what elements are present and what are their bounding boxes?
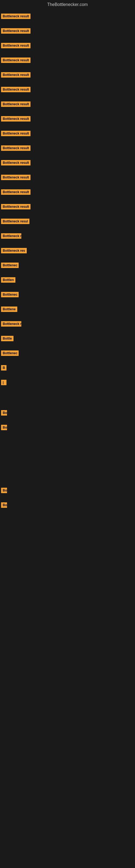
bottleneck-badge[interactable]: Bottlenec: [1, 350, 18, 356]
bottleneck-badge[interactable]: Bottlen: [1, 277, 15, 283]
list-item: Bottlene: [0, 305, 135, 314]
bottleneck-badge[interactable]: Bottleneck result: [1, 204, 31, 209]
bottleneck-badge[interactable]: Bottleneck r: [1, 321, 21, 327]
list-item: Bottlenec: [0, 349, 135, 358]
list-item: Bottleneck result: [0, 173, 135, 182]
bottleneck-badge[interactable]: B: [1, 365, 6, 371]
list-item: Bottleneck result: [0, 115, 135, 123]
list-item: Bottlenec: [0, 290, 135, 299]
bottleneck-badge[interactable]: Bottlenec: [1, 262, 18, 268]
list-item: Bottleneck result: [0, 27, 135, 35]
bottleneck-badge[interactable]: Bottleneck r: [1, 233, 21, 239]
bottleneck-badge[interactable]: Bottleneck result: [1, 58, 31, 63]
list-item: Bottleneck result: [0, 85, 135, 94]
bottleneck-badge[interactable]: Bottleneck result: [1, 131, 31, 136]
list-item: Bottleneck result: [0, 70, 135, 79]
bottleneck-badge[interactable]: Bottlenec: [1, 292, 18, 297]
list-item: Bottlen: [0, 276, 135, 284]
bottleneck-badge[interactable]: Bottleneck result: [1, 145, 31, 151]
bottleneck-badge[interactable]: Bottle: [1, 336, 13, 341]
list-item: Bottleneck result: [0, 158, 135, 167]
bottleneck-badge[interactable]: |: [1, 380, 6, 385]
list-item: B: [0, 364, 135, 372]
site-title: TheBottlenecker.com: [0, 0, 135, 9]
bottleneck-badge[interactable]: Bo: [1, 410, 7, 415]
bottleneck-badge[interactable]: Bottleneck result: [1, 189, 31, 195]
list-item: Bottleneck result: [0, 188, 135, 196]
results-container: Bottleneck resultBottleneck resultBottle…: [0, 12, 135, 509]
bottleneck-badge[interactable]: Bo: [1, 488, 7, 493]
list-item: Bottleneck r: [0, 319, 135, 328]
list-item: Bottleneck result: [0, 12, 135, 21]
list-item: Bottleneck result: [0, 203, 135, 211]
list-item: Bottleneck res: [0, 246, 135, 255]
bottleneck-badge[interactable]: Bottleneck result: [1, 72, 31, 78]
list-item: Bo: [0, 408, 135, 417]
bottleneck-badge[interactable]: Bottleneck result: [1, 160, 31, 165]
bottleneck-badge[interactable]: Bottlene: [1, 307, 17, 312]
list-item: Bottleneck result: [0, 56, 135, 65]
bottleneck-badge[interactable]: Bottleneck result: [1, 175, 31, 180]
bottleneck-badge[interactable]: Bo: [1, 502, 7, 508]
bottleneck-badge[interactable]: Bottleneck result: [1, 13, 31, 19]
list-item: Bottleneck result: [0, 100, 135, 108]
list-item: Bottleneck resul: [0, 217, 135, 226]
bottleneck-badge[interactable]: Bottleneck resul: [1, 219, 30, 224]
list-item: Bottleneck result: [0, 41, 135, 50]
bottleneck-badge[interactable]: Bottleneck result: [1, 28, 31, 34]
list-item: Bottleneck result: [0, 129, 135, 138]
bottleneck-badge[interactable]: Bottleneck result: [1, 43, 31, 48]
list-item: Bottlenec: [0, 261, 135, 270]
bottleneck-badge[interactable]: Bo: [1, 425, 7, 430]
bottleneck-badge[interactable]: Bottleneck result: [1, 87, 31, 92]
list-item: Bo: [0, 423, 135, 432]
list-item: Bo: [0, 501, 135, 509]
list-item: Bottleneck result: [0, 144, 135, 152]
bottleneck-badge[interactable]: Bottleneck result: [1, 101, 31, 107]
list-item: Bottle: [0, 334, 135, 343]
bottleneck-badge[interactable]: Bottleneck result: [1, 116, 31, 122]
list-item: Bo: [0, 486, 135, 495]
list-item: |: [0, 378, 135, 387]
site-title-bar: TheBottlenecker.com: [0, 0, 135, 9]
bottleneck-badge[interactable]: Bottleneck res: [1, 248, 27, 253]
list-item: Bottleneck r: [0, 231, 135, 240]
